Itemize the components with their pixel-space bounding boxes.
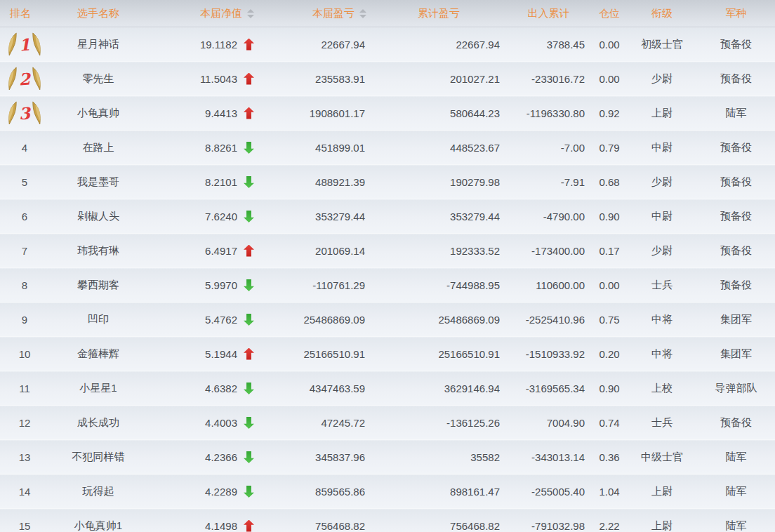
current-pl-value: 353279.44 bbox=[315, 211, 365, 222]
grade-cell: 中尉 bbox=[627, 199, 697, 234]
position-cell: 0.36 bbox=[592, 440, 627, 474]
net-value: 19.1182 bbox=[200, 39, 237, 51]
laurel-wing-icon bbox=[31, 101, 42, 125]
cumulative-pl-cell: 580644.23 bbox=[372, 96, 505, 131]
branch-value: 陆军 bbox=[726, 485, 747, 498]
down-arrow-icon bbox=[244, 451, 254, 463]
rank-number: 5 bbox=[0, 176, 49, 188]
position-cell: 0.74 bbox=[592, 406, 627, 440]
cumulative-pl-value: 190279.98 bbox=[450, 176, 500, 188]
grade-value: 初级士官 bbox=[641, 38, 683, 51]
position-value: 1.04 bbox=[599, 486, 619, 498]
position-cell: 0.17 bbox=[592, 234, 627, 268]
branch-cell: 预备役 bbox=[697, 165, 775, 199]
inout-value: -343013.14 bbox=[531, 451, 585, 463]
player-name: 小龟真帅1 bbox=[74, 519, 122, 532]
current-pl-cell: 353279.44 bbox=[260, 199, 372, 234]
grade-cell: 中级士官 bbox=[627, 440, 697, 474]
player-name: 金箍棒辉 bbox=[77, 347, 119, 361]
branch-value: 预备役 bbox=[720, 210, 752, 223]
net-value-cell: 5.9970 bbox=[147, 268, 260, 302]
branch-value: 预备役 bbox=[720, 279, 752, 292]
column-label: 本届盈亏 bbox=[312, 7, 355, 20]
current-pl-cell: 22667.94 bbox=[260, 27, 372, 62]
column-header-grade: 衔级 bbox=[627, 0, 697, 27]
inout-value: -233016.72 bbox=[531, 73, 585, 85]
down-arrow-icon bbox=[244, 176, 254, 188]
table-row: 5我是墨哥8.2101488921.39190279.98-7.910.68少尉… bbox=[0, 165, 775, 199]
column-header-branch: 军种 bbox=[697, 0, 775, 27]
branch-value: 预备役 bbox=[720, 141, 752, 154]
current-pl-value: 859565.86 bbox=[315, 486, 365, 498]
branch-cell: 预备役 bbox=[697, 199, 775, 234]
grade-cell: 中尉 bbox=[627, 131, 697, 165]
rank-cell: 5 bbox=[0, 165, 49, 199]
position-cell: 0.20 bbox=[592, 337, 627, 371]
player-name-cell: 小龟真帅 bbox=[49, 96, 147, 131]
branch-value: 陆军 bbox=[726, 451, 747, 464]
net-value: 4.1498 bbox=[205, 520, 237, 532]
player-name: 凹印 bbox=[88, 313, 109, 326]
grade-cell: 上校 bbox=[627, 371, 697, 406]
grade-value: 中级士官 bbox=[641, 451, 683, 464]
current-pl-cell: 756468.82 bbox=[260, 509, 372, 532]
position-cell: 0.00 bbox=[592, 268, 627, 302]
branch-cell: 预备役 bbox=[697, 268, 775, 302]
rank-cell: 11 bbox=[0, 371, 49, 406]
cumulative-pl-cell: 3629146.94 bbox=[372, 371, 505, 406]
inout-cell: -791032.98 bbox=[505, 509, 592, 532]
current-pl-value: 756468.82 bbox=[315, 520, 365, 532]
net-value: 4.2366 bbox=[205, 451, 237, 463]
position-value: 0.00 bbox=[599, 39, 619, 51]
net-value: 8.2101 bbox=[205, 176, 237, 188]
rank-number: 4 bbox=[0, 142, 49, 154]
position-value: 0.90 bbox=[599, 383, 619, 394]
player-name-cell: 成长成功 bbox=[49, 406, 147, 440]
position-value: 0.00 bbox=[599, 73, 619, 85]
position-cell: 0.79 bbox=[592, 131, 627, 165]
down-arrow-icon bbox=[244, 314, 254, 326]
rank-number: 6 bbox=[0, 211, 49, 222]
rank-cell: 9 bbox=[0, 302, 49, 337]
net-value-cell: 4.4003 bbox=[147, 406, 260, 440]
medal-rank-badge: 3 bbox=[0, 101, 49, 125]
player-name-cell: 金箍棒辉 bbox=[49, 337, 147, 371]
cumulative-pl-value: -136125.26 bbox=[446, 417, 500, 429]
laurel-wing-icon bbox=[7, 67, 18, 91]
table-row: 13不犯同样错4.2366345837.9635582-343013.140.3… bbox=[0, 440, 775, 474]
inout-value: -1196330.80 bbox=[526, 107, 585, 119]
column-header-current-pl[interactable]: 本届盈亏 bbox=[260, 0, 372, 27]
grade-cell: 上尉 bbox=[627, 474, 697, 509]
player-name-cell: 凹印 bbox=[49, 302, 147, 337]
current-pl-value: 345837.96 bbox=[315, 451, 365, 463]
inout-cell: -255005.40 bbox=[505, 474, 592, 509]
column-header-net-value[interactable]: 本届净值 bbox=[147, 0, 260, 27]
position-value: 0.20 bbox=[599, 348, 619, 360]
column-header-rank: 排名 bbox=[0, 0, 49, 27]
current-pl-cell: 451899.01 bbox=[260, 131, 372, 165]
current-pl-cell: 201069.14 bbox=[260, 234, 372, 268]
sort-arrows-icon[interactable] bbox=[247, 9, 254, 18]
net-value: 11.5043 bbox=[200, 73, 237, 85]
down-arrow-icon bbox=[244, 142, 254, 154]
cumulative-pl-cell: -136125.26 bbox=[372, 406, 505, 440]
grade-cell: 少尉 bbox=[627, 234, 697, 268]
inout-cell: -173400.00 bbox=[505, 234, 592, 268]
inout-cell: 3788.45 bbox=[505, 27, 592, 62]
branch-cell: 导弹部队 bbox=[697, 371, 775, 406]
inout-value: 110600.00 bbox=[536, 279, 585, 291]
branch-value: 陆军 bbox=[726, 107, 747, 120]
column-header-cumulative-pl: 累计盈亏 bbox=[372, 0, 505, 27]
position-value: 0.92 bbox=[599, 107, 619, 119]
current-pl-cell: 1908601.17 bbox=[260, 96, 372, 131]
net-value: 4.6382 bbox=[205, 383, 237, 394]
net-value-cell: 5.4762 bbox=[147, 302, 260, 337]
position-cell: 1.04 bbox=[592, 474, 627, 509]
branch-cell: 预备役 bbox=[697, 234, 775, 268]
player-name-cell: 在路上 bbox=[49, 131, 147, 165]
sort-arrows-icon[interactable] bbox=[359, 9, 366, 18]
cumulative-pl-value: 756468.82 bbox=[450, 520, 500, 532]
net-value: 7.6240 bbox=[205, 211, 237, 222]
net-value-cell: 8.2101 bbox=[147, 165, 260, 199]
rank-cell: 2 bbox=[0, 62, 49, 96]
